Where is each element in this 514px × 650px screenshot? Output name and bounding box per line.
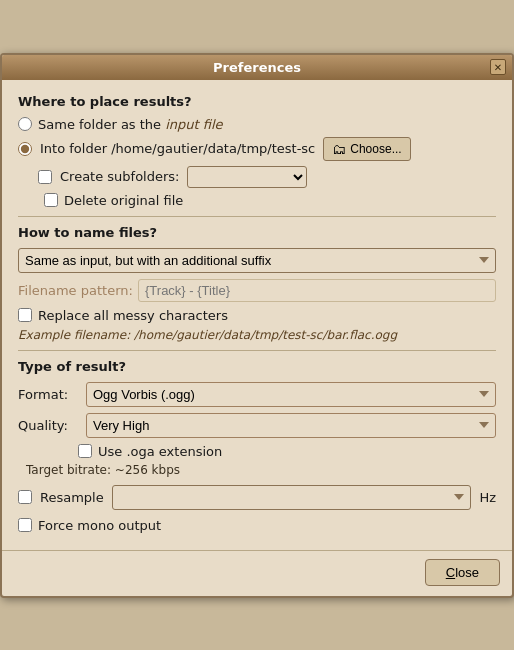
naming-dropdown-row: Same as input, but with an additional su…	[18, 248, 496, 273]
create-subfolders-label: Create subfolders:	[60, 169, 179, 184]
same-folder-radio[interactable]	[18, 117, 32, 131]
same-folder-label: Same folder as the input file	[38, 117, 223, 132]
resample-label: Resample	[40, 490, 104, 505]
resample-checkbox[interactable]	[18, 490, 32, 504]
type-section-title: Type of result?	[18, 359, 496, 374]
divider-1	[18, 216, 496, 217]
name-section-title: How to name files?	[18, 225, 496, 240]
close-underline: Close	[446, 565, 479, 580]
quality-label: Quality:	[18, 418, 78, 433]
format-label: Format:	[18, 387, 78, 402]
quality-dropdown[interactable]: Very High	[86, 413, 496, 438]
quality-row: Quality: Very High	[18, 413, 496, 438]
force-mono-checkbox[interactable]	[18, 518, 32, 532]
replace-messy-label: Replace all messy characters	[38, 308, 228, 323]
bottom-bar: Close	[2, 550, 512, 596]
delete-original-checkbox[interactable]	[44, 193, 58, 207]
use-oga-checkbox[interactable]	[78, 444, 92, 458]
force-mono-row: Force mono output	[18, 518, 496, 533]
choose-folder-button[interactable]: 🗂 Choose...	[323, 137, 410, 161]
format-dropdown[interactable]: Ogg Vorbis (.ogg)	[86, 382, 496, 407]
divider-2	[18, 350, 496, 351]
replace-messy-row: Replace all messy characters	[18, 308, 496, 323]
pattern-label: Filename pattern:	[18, 283, 138, 298]
pattern-row: Filename pattern:	[18, 279, 496, 302]
close-button[interactable]: Close	[425, 559, 500, 586]
example-filename: Example filename: /home/gautier/data/tmp…	[18, 328, 496, 342]
into-folder-row: Into folder /home/gautier/data/tmp/test-…	[18, 137, 496, 161]
bitrate-label: Target bitrate: ~256 kbps	[26, 463, 496, 477]
pattern-input[interactable]	[138, 279, 496, 302]
format-row: Format: Ogg Vorbis (.ogg)	[18, 382, 496, 407]
use-oga-row: Use .oga extension	[78, 444, 496, 459]
folder-icon: 🗂	[332, 141, 346, 157]
naming-dropdown[interactable]: Same as input, but with an additional su…	[18, 248, 496, 273]
hz-label: Hz	[479, 490, 496, 505]
subfolder-row: Create subfolders:	[38, 166, 496, 188]
subfolder-select[interactable]	[187, 166, 307, 188]
force-mono-label: Force mono output	[38, 518, 161, 533]
resample-row: Resample Hz	[18, 485, 496, 510]
into-folder-radio[interactable]	[18, 142, 32, 156]
delete-original-label: Delete original file	[64, 193, 183, 208]
create-subfolders-checkbox[interactable]	[38, 170, 52, 184]
replace-messy-checkbox[interactable]	[18, 308, 32, 322]
window-close-button[interactable]: ✕	[490, 59, 506, 75]
where-section-title: Where to place results?	[18, 94, 496, 109]
title-bar: Preferences ✕	[2, 55, 512, 80]
main-content: Where to place results? Same folder as t…	[2, 80, 512, 550]
delete-original-row: Delete original file	[18, 193, 496, 208]
window-title: Preferences	[213, 60, 301, 75]
preferences-window: Preferences ✕ Where to place results? Sa…	[0, 53, 514, 598]
same-folder-option: Same folder as the input file	[18, 117, 496, 132]
into-folder-label: Into folder /home/gautier/data/tmp/test-…	[40, 141, 315, 156]
resample-dropdown[interactable]	[112, 485, 472, 510]
use-oga-label: Use .oga extension	[98, 444, 222, 459]
